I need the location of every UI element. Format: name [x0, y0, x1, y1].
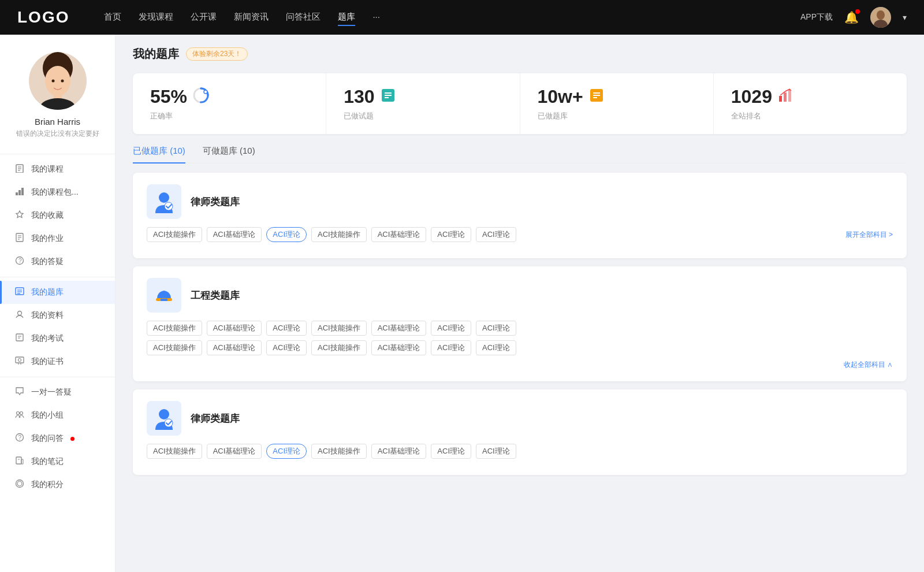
- user-menu-chevron[interactable]: ▾: [903, 13, 907, 22]
- sidebar-item-my-notes[interactable]: 我的笔记: [0, 450, 115, 473]
- tag-eng-r2-3[interactable]: ACI技能操作: [311, 340, 367, 355]
- svg-rect-54: [779, 96, 782, 102]
- user-avatar[interactable]: [870, 7, 891, 28]
- lawyer-bank-1-tags: ACI技能操作 ACI基础理论 ACI理论 ACI技能操作 ACI基础理论 AC…: [147, 227, 893, 242]
- nav-links: 首页 发现课程 公开课 新闻资讯 问答社区 题库 ···: [104, 9, 800, 26]
- svg-point-5: [45, 66, 70, 96]
- tag-lawyer1-3[interactable]: ACI技能操作: [311, 227, 367, 242]
- tag-lawyer2-1[interactable]: ACI基础理论: [207, 444, 262, 459]
- engineer-bank-tags-row2: ACI技能操作 ACI基础理论 ACI理论 ACI技能操作 ACI基础理论 AC…: [147, 340, 893, 355]
- quiz-section-header-engineer: 工程类题库: [147, 278, 893, 313]
- sidebar-item-my-exams[interactable]: 我的考试: [0, 327, 115, 350]
- svg-marker-17: [16, 211, 23, 218]
- svg-point-1: [877, 10, 885, 20]
- svg-rect-40: [16, 457, 21, 464]
- engineer-icon: [147, 278, 181, 313]
- accuracy-pie-icon: [193, 87, 209, 107]
- stat-done-banks-label: 已做题库: [538, 111, 696, 121]
- nav-quiz[interactable]: 题库: [338, 9, 355, 26]
- nav-home[interactable]: 首页: [104, 9, 121, 26]
- tag-eng-r1-3[interactable]: ACI技能操作: [311, 321, 367, 336]
- tag-eng-r2-4[interactable]: ACI基础理论: [371, 340, 427, 355]
- sidebar-item-my-profile[interactable]: 我的资料: [0, 304, 115, 327]
- sidebar-item-one-on-one[interactable]: 一对一答疑: [0, 381, 115, 404]
- nav-news[interactable]: 新闻资讯: [234, 9, 269, 26]
- sidebar-item-my-homework[interactable]: 我的作业: [0, 227, 115, 250]
- certs-icon: [14, 356, 25, 367]
- app-download-button[interactable]: APP下载: [800, 12, 833, 23]
- quiz-section-header-lawyer-1: 律师类题库: [147, 184, 893, 219]
- notification-bell[interactable]: 🔔: [844, 10, 859, 24]
- sidebar-item-my-certs[interactable]: 我的证书: [0, 350, 115, 373]
- tag-eng-r2-6[interactable]: ACI理论: [476, 340, 516, 355]
- sidebar-item-my-questions[interactable]: ? 我的问答: [0, 427, 115, 450]
- sidebar-item-my-courses[interactable]: 我的课程: [0, 158, 115, 181]
- tag-eng-r1-2[interactable]: ACI理论: [266, 321, 307, 336]
- stat-accuracy: 55% 正确率: [133, 73, 326, 134]
- svg-rect-61: [161, 299, 167, 301]
- sidebar-menu: 我的课程 我的课程包... 我的收藏 我的作业: [0, 158, 115, 496]
- nav-discover[interactable]: 发现课程: [139, 9, 173, 26]
- svg-point-9: [61, 80, 64, 83]
- tag-lawyer2-5[interactable]: ACI理论: [431, 444, 471, 459]
- tag-eng-r2-1[interactable]: ACI基础理论: [207, 340, 262, 355]
- sidebar-item-my-quiz[interactable]: 我的题库: [0, 281, 115, 304]
- tag-eng-r1-4[interactable]: ACI基础理论: [371, 321, 427, 336]
- lawyer-bank-2-tags: ACI技能操作 ACI基础理论 ACI理论 ACI技能操作 ACI基础理论 AC…: [147, 444, 893, 459]
- lawyer-2-icon: [147, 401, 181, 436]
- tag-lawyer1-5[interactable]: ACI理论: [431, 227, 471, 242]
- sidebar-label-my-certs: 我的证书: [31, 356, 64, 367]
- svg-point-45: [204, 90, 207, 94]
- sidebar-label-my-profile: 我的资料: [31, 310, 64, 321]
- engineer-bank-tags-row1: ACI技能操作 ACI基础理论 ACI理论 ACI技能操作 ACI基础理论 AC…: [147, 321, 893, 336]
- tag-lawyer1-4[interactable]: ACI基础理论: [371, 227, 427, 242]
- notes-icon: [14, 456, 25, 467]
- tab-done-banks[interactable]: 已做题库 (10): [133, 146, 185, 164]
- sidebar-item-my-group[interactable]: 我的小组: [0, 404, 115, 427]
- tab-available-banks[interactable]: 可做题库 (10): [203, 146, 255, 164]
- svg-rect-16: [21, 188, 24, 195]
- nav-more[interactable]: ···: [372, 9, 380, 26]
- sidebar-item-my-packages[interactable]: 我的课程包...: [0, 181, 115, 204]
- tag-lawyer1-0[interactable]: ACI技能操作: [147, 227, 202, 242]
- stat-accuracy-label: 正确率: [150, 111, 308, 121]
- quiz-tabs: 已做题库 (10) 可做题库 (10): [133, 146, 907, 164]
- sidebar-label-my-packages: 我的课程包...: [31, 187, 79, 198]
- tag-lawyer2-3[interactable]: ACI技能操作: [311, 444, 367, 459]
- tag-eng-r2-2[interactable]: ACI理论: [266, 340, 307, 355]
- sidebar-avatar: [29, 52, 87, 110]
- sidebar-item-my-favorites[interactable]: 我的收藏: [0, 204, 115, 227]
- nav-open-course[interactable]: 公开课: [191, 9, 217, 26]
- sidebar-item-my-points[interactable]: 我的积分: [0, 473, 115, 496]
- page-header: 我的题库 体验剩余23天！: [133, 46, 907, 62]
- sidebar-label-my-quiz: 我的题库: [31, 287, 64, 298]
- lawyer-bank-1-expand[interactable]: 展开全部科目 >: [845, 230, 893, 240]
- tag-eng-r2-0[interactable]: ACI技能操作: [147, 340, 202, 355]
- logo[interactable]: LOGO: [17, 8, 69, 27]
- tag-eng-r1-6[interactable]: ACI理论: [476, 321, 516, 336]
- lawyer-bank-2-name: 律师类题库: [191, 412, 240, 425]
- stats-bar: 55% 正确率 130: [133, 73, 907, 134]
- tag-lawyer1-1[interactable]: ACI基础理论: [207, 227, 262, 242]
- tag-lawyer2-6[interactable]: ACI理论: [476, 444, 516, 459]
- sidebar: Brian Harris 错误的决定比没有决定要好 我的课程 我的课程包...: [0, 35, 116, 572]
- sidebar-item-my-qna[interactable]: ? 我的答疑: [0, 250, 115, 273]
- svg-rect-32: [16, 357, 24, 363]
- tag-lawyer1-6[interactable]: ACI理论: [476, 227, 516, 242]
- tag-lawyer2-4[interactable]: ACI基础理论: [371, 444, 427, 459]
- tag-lawyer1-2[interactable]: ACI理论: [266, 227, 307, 242]
- svg-point-62: [159, 409, 169, 419]
- tag-eng-r1-0[interactable]: ACI技能操作: [147, 321, 202, 336]
- tag-lawyer2-2[interactable]: ACI理论: [266, 444, 307, 459]
- svg-text:?: ?: [18, 258, 22, 264]
- svg-point-8: [51, 80, 54, 83]
- svg-rect-15: [18, 190, 21, 195]
- engineer-bank-collapse[interactable]: 收起全部科目 ∧: [844, 360, 893, 370]
- sidebar-username: Brian Harris: [35, 117, 80, 127]
- stat-accuracy-top: 55%: [150, 86, 308, 107]
- tag-eng-r1-5[interactable]: ACI理论: [431, 321, 471, 336]
- tag-lawyer2-0[interactable]: ACI技能操作: [147, 444, 202, 459]
- tag-eng-r1-1[interactable]: ACI基础理论: [207, 321, 262, 336]
- nav-qna[interactable]: 问答社区: [286, 9, 321, 26]
- tag-eng-r2-5[interactable]: ACI理论: [431, 340, 471, 355]
